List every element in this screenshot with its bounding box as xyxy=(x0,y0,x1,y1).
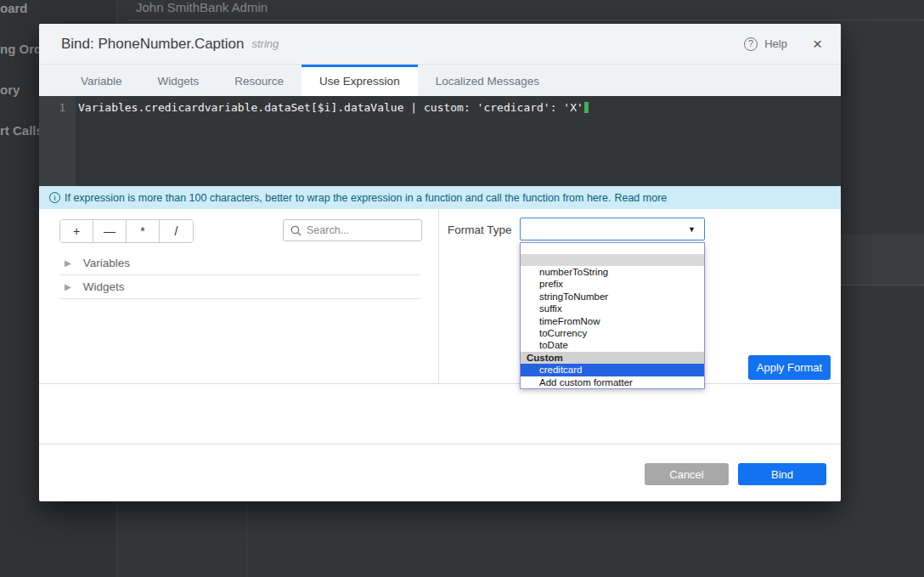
background-right-panel xyxy=(841,235,924,286)
panel-divider xyxy=(438,209,439,384)
dropdown-option-creditcard[interactable]: creditcard xyxy=(521,364,704,376)
search-box xyxy=(283,219,422,241)
expression-editor[interactable]: 1 Variables.credicardvariable.dataSet[$i… xyxy=(39,96,841,186)
tab-localized-messages[interactable]: Localized Messages xyxy=(418,65,557,96)
dropdown-group-custom: Custom xyxy=(521,352,704,364)
tree-item-label: Widgets xyxy=(83,280,125,293)
search-icon xyxy=(290,225,301,236)
dialog-tabbar: Variable Widgets Resource Use Expression… xyxy=(39,65,841,96)
code-text: Variables.credicardvariable.dataSet[$i].… xyxy=(78,101,583,114)
dropdown-option-todate[interactable]: toDate xyxy=(521,339,704,351)
background-topbar-text: John SmithBank Admin xyxy=(136,0,268,14)
close-icon[interactable]: × xyxy=(813,36,822,52)
dropdown-option-tocurrency[interactable]: toCurrency xyxy=(521,327,704,339)
editor-gutter: 1 xyxy=(39,96,76,186)
line-number: 1 xyxy=(59,101,65,114)
dropdown-option-blank[interactable] xyxy=(521,243,704,254)
tree-item-label: Variables xyxy=(83,257,130,269)
screen: oard ng Order ory rt Calls John SmithBan… xyxy=(0,0,924,577)
editor-cursor xyxy=(584,102,589,113)
dialog-empty-section xyxy=(39,384,841,444)
dialog-title-type: string xyxy=(251,37,279,50)
plus-operator-button[interactable]: + xyxy=(60,220,93,242)
minus-operator-button[interactable]: — xyxy=(93,220,127,242)
search-input[interactable] xyxy=(307,224,414,236)
info-icon: i xyxy=(49,192,60,203)
dropdown-arrow-icon: ▼ xyxy=(688,225,696,234)
dropdown-option-empty[interactable] xyxy=(521,254,704,266)
dropdown-option-prefix[interactable]: prefix xyxy=(521,278,704,290)
caret-right-icon[interactable]: ▶ xyxy=(65,282,71,291)
help-icon[interactable]: ? xyxy=(744,37,758,51)
tree-item-variables[interactable]: ▶ Variables xyxy=(59,252,420,275)
sidebar-item-support-calls[interactable]: rt Calls xyxy=(0,123,43,138)
divide-operator-button[interactable]: / xyxy=(160,220,193,242)
binding-tree: ▶ Variables ▶ Widgets xyxy=(59,252,420,299)
tab-use-expression[interactable]: Use Expression xyxy=(301,65,418,96)
dropdown-option-add-custom-formatter[interactable]: Add custom formatter xyxy=(521,376,704,388)
dropdown-option-numbertostring[interactable]: numberToString xyxy=(521,266,704,278)
dialog-footer: Cancel Bind xyxy=(39,444,841,501)
bind-button[interactable]: Bind xyxy=(738,463,826,485)
caret-right-icon[interactable]: ▶ xyxy=(65,258,71,268)
tab-widgets[interactable]: Widgets xyxy=(140,65,217,96)
read-more-link[interactable]: Read more xyxy=(614,192,667,204)
format-type-dropdown: numberToString prefix stringToNumber suf… xyxy=(520,242,705,389)
help-button[interactable]: Help xyxy=(764,37,787,50)
background-dotted-divider xyxy=(129,20,924,20)
cancel-button[interactable]: Cancel xyxy=(645,463,729,485)
dropdown-option-stringtonumber[interactable]: stringToNumber xyxy=(521,291,704,303)
expression-builder-panel: + — * / ▶ Variables ▶ Widgets xyxy=(39,209,841,384)
info-bar: i If expression is more than 100 charact… xyxy=(39,186,841,209)
tab-variable[interactable]: Variable xyxy=(63,65,140,96)
format-type-select[interactable]: ▼ xyxy=(520,218,705,240)
apply-format-button[interactable]: Apply Format xyxy=(748,355,831,380)
tree-item-widgets[interactable]: ▶ Widgets xyxy=(59,275,420,299)
format-type-label: Format Type xyxy=(448,223,512,236)
info-text: If expression is more than 100 character… xyxy=(65,192,611,204)
tab-resource[interactable]: Resource xyxy=(217,65,301,96)
background-vertical-divider xyxy=(246,501,247,577)
dialog-header: Bind: PhoneNumber.Caption string ? Help … xyxy=(39,24,841,65)
expression-code[interactable]: Variables.credicardvariable.dataSet[$i].… xyxy=(78,101,589,114)
dropdown-option-suffix[interactable]: suffix xyxy=(521,303,704,314)
sidebar-item-history[interactable]: ory xyxy=(0,82,20,97)
dialog-title: Bind: PhoneNumber.Caption xyxy=(61,36,244,53)
dropdown-option-timefromnow[interactable]: timeFromNow xyxy=(521,315,704,327)
multiply-operator-button[interactable]: * xyxy=(127,220,160,242)
sidebar-item-dashboard[interactable]: oard xyxy=(0,1,28,15)
bind-dialog: Bind: PhoneNumber.Caption string ? Help … xyxy=(39,24,841,501)
operator-button-group: + — * / xyxy=(59,219,194,243)
